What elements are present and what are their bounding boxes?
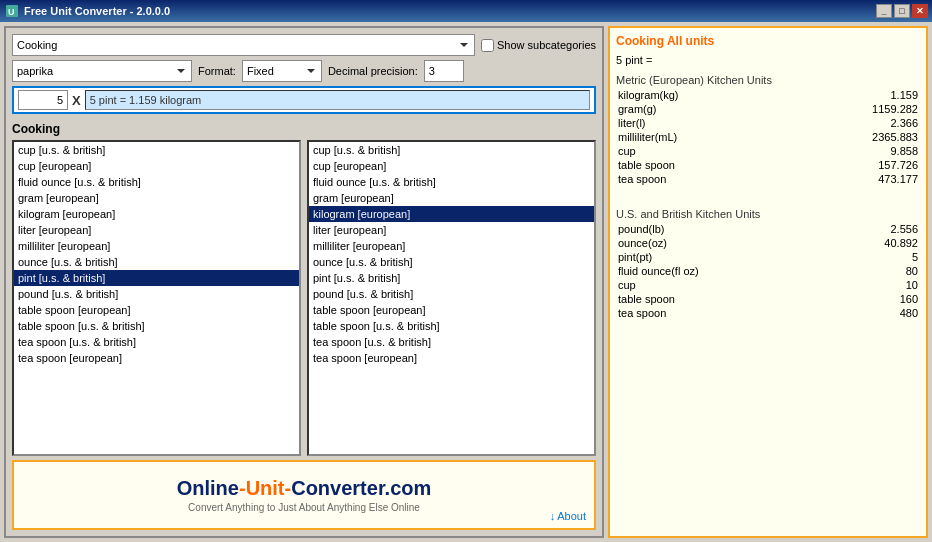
right-unit-list: cup [u.s. & british]cup [european]fluid … bbox=[307, 140, 596, 456]
list-item[interactable]: tea spoon [european] bbox=[309, 350, 594, 366]
banner-converter: Converter bbox=[291, 477, 384, 499]
unit-value: 480 bbox=[826, 306, 920, 320]
metric-table: kilogram(kg)1.159gram(g)1159.282liter(l)… bbox=[616, 88, 920, 186]
list-item[interactable]: liter [european] bbox=[14, 222, 299, 238]
list-item[interactable]: cup [u.s. & british] bbox=[309, 142, 594, 158]
table-row: table spoon160 bbox=[616, 292, 920, 306]
category-label: Cooking bbox=[12, 122, 596, 136]
unit-name: milliliter(mL) bbox=[616, 130, 787, 144]
unit-dropdown[interactable]: paprika bbox=[12, 60, 192, 82]
banner-com: com bbox=[390, 477, 431, 499]
left-panel: Cooking Show subcategories paprika Forma… bbox=[4, 26, 604, 538]
subcategories-container: Show subcategories bbox=[481, 39, 596, 52]
list-item[interactable]: gram [european] bbox=[14, 190, 299, 206]
unit-value: 157.726 bbox=[787, 158, 920, 172]
decimal-label: Decimal precision: bbox=[328, 65, 418, 77]
about-icon: ↓ bbox=[550, 510, 556, 522]
list-item[interactable]: table spoon [u.s. & british] bbox=[309, 318, 594, 334]
us-table: pound(lb)2.556ounce(oz)40.892pint(pt)5fl… bbox=[616, 222, 920, 320]
list-item[interactable]: milliliter [european] bbox=[309, 238, 594, 254]
right-panel-content[interactable]: 5 pint = Metric (European) Kitchen Units… bbox=[616, 54, 920, 530]
banner-dash1: - bbox=[239, 477, 246, 499]
unit-name: tea spoon bbox=[616, 306, 826, 320]
list-item[interactable]: cup [european] bbox=[14, 158, 299, 174]
expression-input[interactable] bbox=[18, 90, 68, 110]
right-panel: Cooking All units 5 pint = Metric (Europ… bbox=[608, 26, 928, 538]
format-dropdown[interactable]: Fixed bbox=[242, 60, 322, 82]
list-item[interactable]: table spoon [european] bbox=[14, 302, 299, 318]
times-symbol: X bbox=[72, 93, 81, 108]
table-row: cup10 bbox=[616, 278, 920, 292]
table-row: milliliter(mL)2365.883 bbox=[616, 130, 920, 144]
table-row: tea spoon480 bbox=[616, 306, 920, 320]
unit-name: cup bbox=[616, 144, 787, 158]
unit-name: pound(lb) bbox=[616, 222, 826, 236]
list-item[interactable]: kilogram [european] bbox=[309, 206, 594, 222]
table-row: kilogram(kg)1.159 bbox=[616, 88, 920, 102]
close-button[interactable]: ✕ bbox=[912, 4, 928, 18]
table-row: table spoon157.726 bbox=[616, 158, 920, 172]
unit-format-row: paprika Format: Fixed Decimal precision: bbox=[12, 60, 596, 82]
list-item[interactable]: tea spoon [u.s. & british] bbox=[309, 334, 594, 350]
table-row: tea spoon473.177 bbox=[616, 172, 920, 186]
list-item[interactable]: pound [u.s. & british] bbox=[14, 286, 299, 302]
unit-name: ounce(oz) bbox=[616, 236, 826, 250]
unit-value: 40.892 bbox=[826, 236, 920, 250]
list-item[interactable]: milliliter [european] bbox=[14, 238, 299, 254]
minimize-button[interactable]: _ bbox=[876, 4, 892, 18]
pint-equation: 5 pint = bbox=[616, 54, 920, 66]
table-row: pound(lb)2.556 bbox=[616, 222, 920, 236]
table-row: cup9.858 bbox=[616, 144, 920, 158]
banner-subtitle: Convert Anything to Just About Anything … bbox=[188, 502, 420, 513]
format-label: Format: bbox=[198, 65, 236, 77]
main-content: Cooking Show subcategories paprika Forma… bbox=[0, 22, 932, 542]
subcategories-label: Show subcategories bbox=[497, 39, 596, 51]
list-item[interactable]: fluid ounce [u.s. & british] bbox=[14, 174, 299, 190]
unit-name: pint(pt) bbox=[616, 250, 826, 264]
list-item[interactable]: pound [u.s. & british] bbox=[309, 286, 594, 302]
list-item[interactable]: ounce [u.s. & british] bbox=[14, 254, 299, 270]
right-title-highlight: All units bbox=[667, 34, 714, 48]
left-list-scroll[interactable]: cup [u.s. & british]cup [european]fluid … bbox=[14, 142, 299, 454]
banner-unit: Unit bbox=[246, 477, 285, 499]
list-item[interactable]: cup [european] bbox=[309, 158, 594, 174]
list-item[interactable]: pint [u.s. & british] bbox=[14, 270, 299, 286]
unit-name: table spoon bbox=[616, 158, 787, 172]
subcategories-checkbox[interactable] bbox=[481, 39, 494, 52]
table-row: fluid ounce(fl oz)80 bbox=[616, 264, 920, 278]
about-link[interactable]: ↓ About bbox=[550, 510, 586, 522]
list-item[interactable]: fluid ounce [u.s. & british] bbox=[309, 174, 594, 190]
list-item[interactable]: tea spoon [u.s. & british] bbox=[14, 334, 299, 350]
list-item[interactable]: table spoon [u.s. & british] bbox=[14, 318, 299, 334]
metric-section-title: Metric (European) Kitchen Units bbox=[616, 74, 920, 86]
category-dropdown[interactable]: Cooking bbox=[12, 34, 475, 56]
unit-name: gram(g) bbox=[616, 102, 787, 116]
unit-value: 2.366 bbox=[787, 116, 920, 130]
table-row: gram(g)1159.282 bbox=[616, 102, 920, 116]
list-item[interactable]: ounce [u.s. & british] bbox=[309, 254, 594, 270]
category-row: Cooking Show subcategories bbox=[12, 34, 596, 56]
decimal-input[interactable] bbox=[424, 60, 464, 82]
list-item[interactable]: cup [u.s. & british] bbox=[14, 142, 299, 158]
unit-value: 160 bbox=[826, 292, 920, 306]
expression-row: X 5 pint = 1.159 kilogram bbox=[12, 86, 596, 114]
table-row: liter(l)2.366 bbox=[616, 116, 920, 130]
maximize-button[interactable]: □ bbox=[894, 4, 910, 18]
unit-value: 10 bbox=[826, 278, 920, 292]
unit-name: fluid ounce(fl oz) bbox=[616, 264, 826, 278]
unit-value: 1.159 bbox=[787, 88, 920, 102]
table-row: ounce(oz)40.892 bbox=[616, 236, 920, 250]
list-item[interactable]: table spoon [european] bbox=[309, 302, 594, 318]
window-title: Free Unit Converter - 2.0.0.0 bbox=[24, 5, 876, 17]
list-item[interactable]: pint [u.s. & british] bbox=[309, 270, 594, 286]
left-unit-list: cup [u.s. & british]cup [european]fluid … bbox=[12, 140, 301, 456]
lists-row: cup [u.s. & british]cup [european]fluid … bbox=[12, 140, 596, 456]
unit-value: 1159.282 bbox=[787, 102, 920, 116]
list-item[interactable]: liter [european] bbox=[309, 222, 594, 238]
unit-value: 2.556 bbox=[826, 222, 920, 236]
right-list-scroll[interactable]: cup [u.s. & british]cup [european]fluid … bbox=[309, 142, 594, 454]
list-item[interactable]: tea spoon [european] bbox=[14, 350, 299, 366]
right-title-text: Cooking bbox=[616, 34, 667, 48]
list-item[interactable]: kilogram [european] bbox=[14, 206, 299, 222]
list-item[interactable]: gram [european] bbox=[309, 190, 594, 206]
